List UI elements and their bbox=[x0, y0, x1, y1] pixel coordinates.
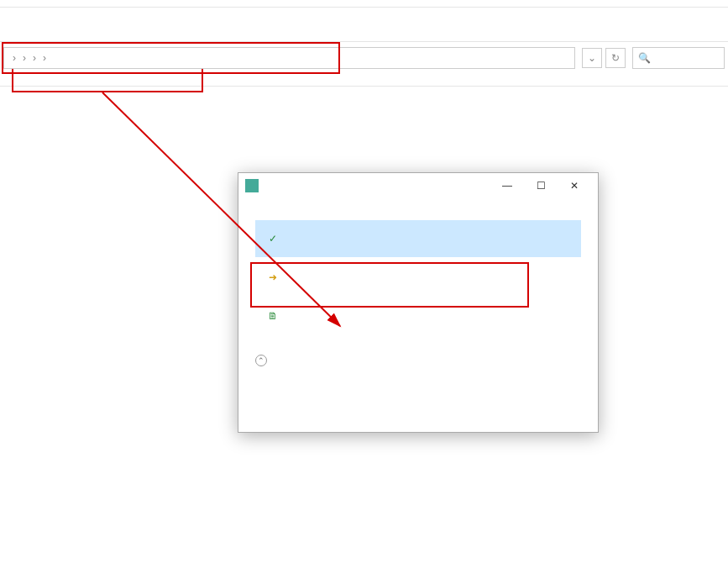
maximize-button[interactable]: ☐ bbox=[524, 174, 558, 197]
chevron-right-icon: › bbox=[23, 52, 26, 64]
dropdown-button[interactable]: ⌄ bbox=[582, 48, 602, 68]
compare-icon: 🗎 bbox=[265, 308, 280, 324]
search-icon: 🔍 bbox=[638, 52, 651, 64]
close-button[interactable]: ✕ bbox=[558, 174, 591, 197]
lower-column-header bbox=[0, 79, 728, 87]
chevron-right-icon: › bbox=[13, 52, 16, 64]
search-input[interactable]: 🔍 bbox=[632, 47, 725, 69]
minimize-button[interactable]: — bbox=[490, 174, 524, 197]
more-info-toggle[interactable]: ⌃ bbox=[238, 346, 598, 375]
lower-file-list bbox=[0, 87, 728, 90]
refresh-button[interactable]: ↻ bbox=[605, 48, 626, 68]
chevron-right-icon: › bbox=[43, 52, 46, 64]
option-compare[interactable]: 🗎 bbox=[255, 297, 581, 334]
option-skip[interactable]: ➜ bbox=[255, 259, 581, 296]
replace-skip-dialog: — ☐ ✕ ✓ ➜ 🗎 ⌃ bbox=[238, 172, 599, 433]
dialog-titlebar[interactable]: — ☐ ✕ bbox=[238, 173, 598, 198]
breadcrumb[interactable]: › › › › bbox=[3, 47, 575, 69]
ribbon-tab-view[interactable] bbox=[0, 34, 728, 42]
option-replace[interactable]: ✓ bbox=[255, 220, 581, 257]
chevron-right-icon: › bbox=[33, 52, 36, 64]
dialog-icon bbox=[245, 179, 259, 192]
chevron-up-icon: ⌃ bbox=[255, 355, 267, 366]
skip-icon: ➜ bbox=[265, 270, 280, 285]
address-toolbar: › › › › ⌄ ↻ 🔍 bbox=[0, 42, 728, 74]
check-icon: ✓ bbox=[265, 231, 280, 246]
top-column-header bbox=[0, 0, 728, 8]
